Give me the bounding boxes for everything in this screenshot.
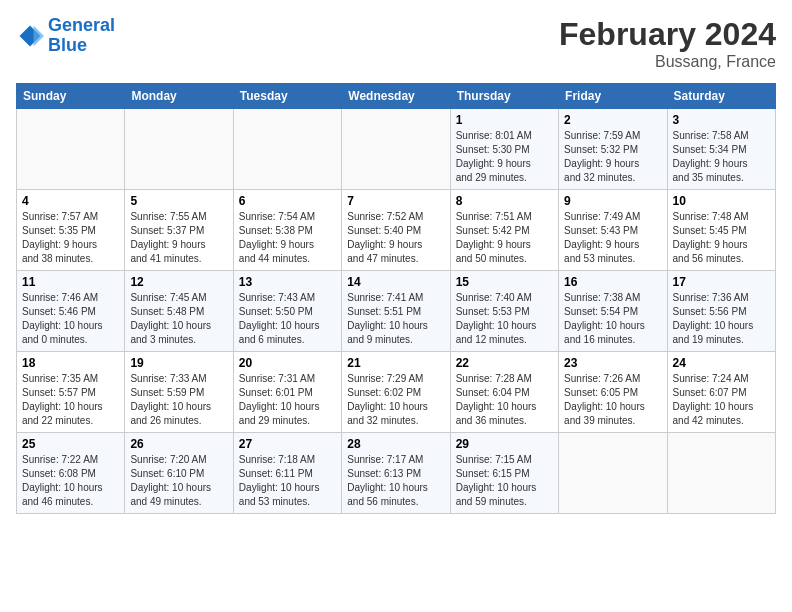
calendar-cell: 9Sunrise: 7:49 AMSunset: 5:43 PMDaylight… — [559, 190, 667, 271]
day-number: 11 — [22, 275, 119, 289]
column-header-saturday: Saturday — [667, 84, 775, 109]
logo-text: General Blue — [48, 16, 115, 56]
day-number: 23 — [564, 356, 661, 370]
logo-line1: General — [48, 15, 115, 35]
calendar-cell — [667, 433, 775, 514]
calendar-cell: 19Sunrise: 7:33 AMSunset: 5:59 PMDayligh… — [125, 352, 233, 433]
day-info: Sunrise: 7:22 AMSunset: 6:08 PMDaylight:… — [22, 453, 119, 509]
column-header-monday: Monday — [125, 84, 233, 109]
day-info: Sunrise: 7:48 AMSunset: 5:45 PMDaylight:… — [673, 210, 770, 266]
calendar-cell: 6Sunrise: 7:54 AMSunset: 5:38 PMDaylight… — [233, 190, 341, 271]
calendar-cell: 15Sunrise: 7:40 AMSunset: 5:53 PMDayligh… — [450, 271, 558, 352]
week-row-2: 4Sunrise: 7:57 AMSunset: 5:35 PMDaylight… — [17, 190, 776, 271]
day-info: Sunrise: 7:29 AMSunset: 6:02 PMDaylight:… — [347, 372, 444, 428]
calendar-cell: 26Sunrise: 7:20 AMSunset: 6:10 PMDayligh… — [125, 433, 233, 514]
logo-icon — [16, 22, 44, 50]
day-info: Sunrise: 7:45 AMSunset: 5:48 PMDaylight:… — [130, 291, 227, 347]
calendar-cell — [125, 109, 233, 190]
day-info: Sunrise: 7:40 AMSunset: 5:53 PMDaylight:… — [456, 291, 553, 347]
day-number: 16 — [564, 275, 661, 289]
day-number: 15 — [456, 275, 553, 289]
calendar-cell: 21Sunrise: 7:29 AMSunset: 6:02 PMDayligh… — [342, 352, 450, 433]
calendar-cell: 17Sunrise: 7:36 AMSunset: 5:56 PMDayligh… — [667, 271, 775, 352]
calendar-cell: 2Sunrise: 7:59 AMSunset: 5:32 PMDaylight… — [559, 109, 667, 190]
day-info: Sunrise: 7:57 AMSunset: 5:35 PMDaylight:… — [22, 210, 119, 266]
column-header-tuesday: Tuesday — [233, 84, 341, 109]
day-number: 26 — [130, 437, 227, 451]
day-info: Sunrise: 7:38 AMSunset: 5:54 PMDaylight:… — [564, 291, 661, 347]
day-number: 17 — [673, 275, 770, 289]
day-number: 3 — [673, 113, 770, 127]
day-number: 7 — [347, 194, 444, 208]
calendar-cell: 3Sunrise: 7:58 AMSunset: 5:34 PMDaylight… — [667, 109, 775, 190]
day-info: Sunrise: 7:17 AMSunset: 6:13 PMDaylight:… — [347, 453, 444, 509]
calendar-cell: 18Sunrise: 7:35 AMSunset: 5:57 PMDayligh… — [17, 352, 125, 433]
day-number: 14 — [347, 275, 444, 289]
calendar-header-row: SundayMondayTuesdayWednesdayThursdayFrid… — [17, 84, 776, 109]
calendar-cell: 20Sunrise: 7:31 AMSunset: 6:01 PMDayligh… — [233, 352, 341, 433]
calendar-cell: 5Sunrise: 7:55 AMSunset: 5:37 PMDaylight… — [125, 190, 233, 271]
week-row-3: 11Sunrise: 7:46 AMSunset: 5:46 PMDayligh… — [17, 271, 776, 352]
day-info: Sunrise: 7:15 AMSunset: 6:15 PMDaylight:… — [456, 453, 553, 509]
day-info: Sunrise: 7:43 AMSunset: 5:50 PMDaylight:… — [239, 291, 336, 347]
day-number: 5 — [130, 194, 227, 208]
logo-line2: Blue — [48, 35, 87, 55]
day-info: Sunrise: 8:01 AMSunset: 5:30 PMDaylight:… — [456, 129, 553, 185]
title-block: February 2024 Bussang, France — [559, 16, 776, 71]
day-number: 22 — [456, 356, 553, 370]
day-number: 21 — [347, 356, 444, 370]
day-number: 20 — [239, 356, 336, 370]
day-number: 10 — [673, 194, 770, 208]
day-info: Sunrise: 7:24 AMSunset: 6:07 PMDaylight:… — [673, 372, 770, 428]
day-info: Sunrise: 7:35 AMSunset: 5:57 PMDaylight:… — [22, 372, 119, 428]
calendar-cell — [342, 109, 450, 190]
calendar-cell: 27Sunrise: 7:18 AMSunset: 6:11 PMDayligh… — [233, 433, 341, 514]
calendar-cell: 8Sunrise: 7:51 AMSunset: 5:42 PMDaylight… — [450, 190, 558, 271]
calendar-cell — [233, 109, 341, 190]
day-info: Sunrise: 7:54 AMSunset: 5:38 PMDaylight:… — [239, 210, 336, 266]
calendar-cell: 16Sunrise: 7:38 AMSunset: 5:54 PMDayligh… — [559, 271, 667, 352]
logo: General Blue — [16, 16, 115, 56]
day-info: Sunrise: 7:33 AMSunset: 5:59 PMDaylight:… — [130, 372, 227, 428]
calendar-cell: 24Sunrise: 7:24 AMSunset: 6:07 PMDayligh… — [667, 352, 775, 433]
day-info: Sunrise: 7:31 AMSunset: 6:01 PMDaylight:… — [239, 372, 336, 428]
day-number: 28 — [347, 437, 444, 451]
column-header-friday: Friday — [559, 84, 667, 109]
calendar-cell: 4Sunrise: 7:57 AMSunset: 5:35 PMDaylight… — [17, 190, 125, 271]
day-number: 24 — [673, 356, 770, 370]
calendar-cell: 12Sunrise: 7:45 AMSunset: 5:48 PMDayligh… — [125, 271, 233, 352]
calendar-cell: 11Sunrise: 7:46 AMSunset: 5:46 PMDayligh… — [17, 271, 125, 352]
calendar-cell: 29Sunrise: 7:15 AMSunset: 6:15 PMDayligh… — [450, 433, 558, 514]
day-info: Sunrise: 7:51 AMSunset: 5:42 PMDaylight:… — [456, 210, 553, 266]
calendar-cell: 14Sunrise: 7:41 AMSunset: 5:51 PMDayligh… — [342, 271, 450, 352]
day-info: Sunrise: 7:52 AMSunset: 5:40 PMDaylight:… — [347, 210, 444, 266]
day-info: Sunrise: 7:46 AMSunset: 5:46 PMDaylight:… — [22, 291, 119, 347]
calendar-cell: 28Sunrise: 7:17 AMSunset: 6:13 PMDayligh… — [342, 433, 450, 514]
day-number: 29 — [456, 437, 553, 451]
day-number: 2 — [564, 113, 661, 127]
day-info: Sunrise: 7:59 AMSunset: 5:32 PMDaylight:… — [564, 129, 661, 185]
calendar-table: SundayMondayTuesdayWednesdayThursdayFrid… — [16, 83, 776, 514]
day-number: 19 — [130, 356, 227, 370]
page-header: General Blue February 2024 Bussang, Fran… — [16, 16, 776, 71]
day-number: 6 — [239, 194, 336, 208]
column-header-wednesday: Wednesday — [342, 84, 450, 109]
day-number: 13 — [239, 275, 336, 289]
calendar-cell: 10Sunrise: 7:48 AMSunset: 5:45 PMDayligh… — [667, 190, 775, 271]
day-info: Sunrise: 7:55 AMSunset: 5:37 PMDaylight:… — [130, 210, 227, 266]
calendar-cell: 25Sunrise: 7:22 AMSunset: 6:08 PMDayligh… — [17, 433, 125, 514]
day-number: 27 — [239, 437, 336, 451]
day-info: Sunrise: 7:36 AMSunset: 5:56 PMDaylight:… — [673, 291, 770, 347]
day-number: 18 — [22, 356, 119, 370]
week-row-1: 1Sunrise: 8:01 AMSunset: 5:30 PMDaylight… — [17, 109, 776, 190]
calendar-cell: 23Sunrise: 7:26 AMSunset: 6:05 PMDayligh… — [559, 352, 667, 433]
day-number: 9 — [564, 194, 661, 208]
day-info: Sunrise: 7:58 AMSunset: 5:34 PMDaylight:… — [673, 129, 770, 185]
column-header-thursday: Thursday — [450, 84, 558, 109]
calendar-cell: 7Sunrise: 7:52 AMSunset: 5:40 PMDaylight… — [342, 190, 450, 271]
week-row-4: 18Sunrise: 7:35 AMSunset: 5:57 PMDayligh… — [17, 352, 776, 433]
day-number: 8 — [456, 194, 553, 208]
day-number: 12 — [130, 275, 227, 289]
day-info: Sunrise: 7:49 AMSunset: 5:43 PMDaylight:… — [564, 210, 661, 266]
calendar-cell — [559, 433, 667, 514]
